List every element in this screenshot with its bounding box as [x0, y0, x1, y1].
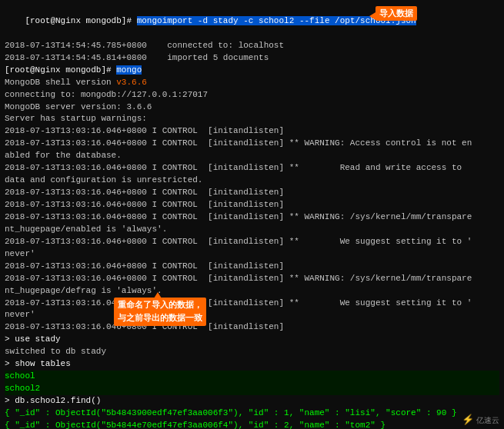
terminal-line: nt_hugepage/enabled is 'always'.: [5, 224, 499, 236]
terminal-line: 2018-07-13T13:03:16.046+0800 I CONTROL […: [5, 138, 499, 150]
terminal-line: data and configuration is unrestricted.: [5, 175, 499, 187]
annotation-rename: 重命名了导入的数据，与之前导出的数据一致: [114, 298, 206, 326]
terminal-line: 2018-07-13T13:03:16.046+0800 I CONTROL […: [5, 199, 499, 211]
terminal-line: 2018-07-13T13:03:16.046+0800 I CONTROL […: [5, 211, 499, 224]
terminal-line: nt_hugepage/defrag is 'always'.: [5, 285, 499, 298]
prompt-text: [root@Nginx mongodb]#: [25, 16, 136, 25]
annotation-arrow: [369, 12, 375, 20]
terminal-line: 2018-07-13T13:03:16.046+0800 I CONTROL […: [5, 162, 499, 175]
terminal-window: [root@Nginx mongodb]# mongoimport -d sta…: [0, 0, 504, 429]
terminal-line: 2018-07-13T13:03:16.046+0800 I CONTROL […: [5, 187, 499, 199]
terminal-line: 2018-07-13T14:54:45.785+0800 connected t…: [5, 40, 499, 52]
terminal-line: MongoDB shell version v3.6.6: [5, 77, 499, 89]
terminal-line: never': [5, 309, 499, 321]
terminal-line: [root@Nginx mongodb]# mongo: [5, 65, 499, 77]
watermark: ⚡ 亿速云: [462, 414, 499, 426]
terminal-line: 2018-07-13T14:54:45.814+0800 imported 5 …: [5, 52, 499, 65]
annotation-import: 导入数据: [375, 6, 417, 21]
terminal-line: 2018-07-13T13:03:16.046+0800 I CONTROL […: [5, 298, 499, 310]
terminal-line: 2018-07-13T13:03:16.046+0800 I CONTROL […: [5, 261, 499, 273]
terminal-line: 2018-07-13T13:03:16.046+0800 I CONTROL […: [5, 236, 499, 248]
result-line: { "_id" : ObjectId("5b4844e70edf47ef3aa0…: [5, 420, 499, 429]
annotation-arrow2: [154, 292, 162, 298]
terminal-line: never': [5, 248, 499, 261]
terminal-line: > use stady: [5, 334, 499, 346]
annotation-text: 导入数据: [379, 9, 413, 18]
terminal-line: 2018-07-13T13:03:16.046+0800 I CONTROL […: [5, 125, 499, 138]
watermark-icon: ⚡: [462, 414, 474, 425]
watermark-text: 亿速云: [476, 416, 499, 424]
result-line: { "_id" : ObjectId("5b4843900edf47ef3aa0…: [5, 407, 499, 420]
terminal-line: MongoDB server version: 3.6.6: [5, 101, 499, 114]
terminal-line: connecting to: mongodb://127.0.0.1:27017: [5, 89, 499, 101]
terminal-line: 2018-07-13T13:03:16.046+0800 I CONTROL […: [5, 321, 499, 334]
terminal-line: 2018-07-13T13:03:16.046+0800 I CONTROL […: [5, 273, 499, 285]
terminal-line: switched to db stady: [5, 346, 499, 358]
terminal-line: Server has startup warnings:: [5, 113, 499, 125]
terminal-line: school2: [5, 383, 499, 395]
terminal-line: > db.school2.find(): [5, 395, 499, 407]
terminal-line: > show tables: [5, 358, 499, 371]
terminal-line: abled for the database.: [5, 150, 499, 162]
terminal-line: school: [5, 371, 499, 383]
terminal-line: [root@Nginx mongodb]# mongoimport -d sta…: [5, 3, 499, 40]
annotation-text: 重命名了导入的数据，与之前导出的数据一致: [118, 301, 202, 323]
